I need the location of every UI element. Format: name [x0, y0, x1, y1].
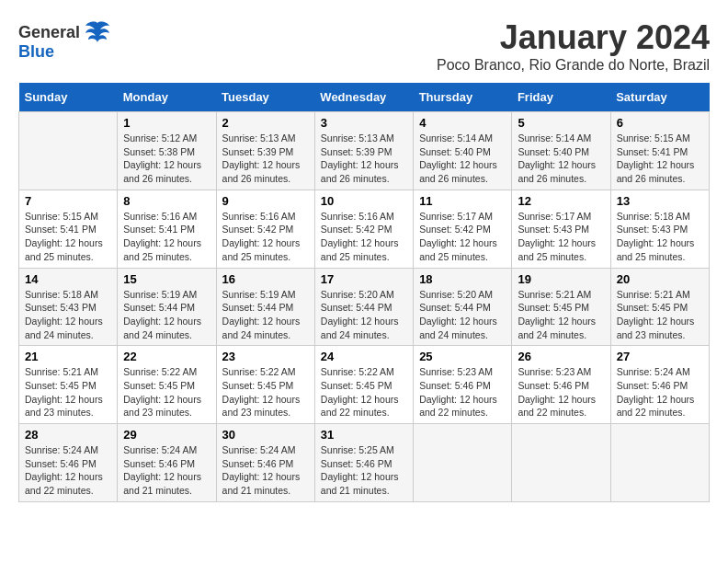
calendar-cell: 25Sunrise: 5:23 AM Sunset: 5:46 PM Dayli… — [414, 346, 512, 424]
day-info: Sunrise: 5:15 AM Sunset: 5:41 PM Dayligh… — [617, 132, 703, 186]
day-number: 12 — [518, 194, 604, 208]
calendar-cell: 8Sunrise: 5:16 AM Sunset: 5:41 PM Daylig… — [118, 190, 216, 268]
day-number: 28 — [25, 428, 111, 442]
day-info: Sunrise: 5:20 AM Sunset: 5:44 PM Dayligh… — [419, 288, 506, 342]
day-number: 14 — [25, 272, 111, 286]
day-number: 21 — [25, 350, 111, 363]
day-number: 30 — [222, 428, 309, 442]
day-info: Sunrise: 5:16 AM Sunset: 5:41 PM Dayligh… — [123, 210, 210, 264]
calendar-header-row: SundayMondayTuesdayWednesdayThursdayFrid… — [19, 83, 710, 112]
calendar-cell: 19Sunrise: 5:21 AM Sunset: 5:45 PM Dayli… — [512, 268, 610, 346]
day-info: Sunrise: 5:23 AM Sunset: 5:46 PM Dayligh… — [419, 365, 506, 419]
calendar-cell: 18Sunrise: 5:20 AM Sunset: 5:44 PM Dayli… — [414, 268, 512, 346]
day-number: 26 — [518, 350, 604, 363]
day-info: Sunrise: 5:17 AM Sunset: 5:42 PM Dayligh… — [419, 210, 506, 264]
calendar-cell: 14Sunrise: 5:18 AM Sunset: 5:43 PM Dayli… — [19, 268, 118, 346]
calendar-cell: 31Sunrise: 5:25 AM Sunset: 5:46 PM Dayli… — [314, 424, 413, 502]
day-info: Sunrise: 5:21 AM Sunset: 5:45 PM Dayligh… — [518, 288, 604, 342]
day-info: Sunrise: 5:24 AM Sunset: 5:46 PM Dayligh… — [25, 443, 111, 498]
day-header-monday: Monday — [118, 83, 216, 112]
day-info: Sunrise: 5:21 AM Sunset: 5:45 PM Dayligh… — [25, 365, 111, 419]
calendar-cell: 30Sunrise: 5:24 AM Sunset: 5:46 PM Dayli… — [216, 424, 314, 502]
calendar-cell: 20Sunrise: 5:21 AM Sunset: 5:45 PM Dayli… — [610, 268, 709, 346]
day-number: 15 — [123, 272, 210, 286]
day-info: Sunrise: 5:14 AM Sunset: 5:40 PM Dayligh… — [419, 132, 506, 186]
day-info: Sunrise: 5:18 AM Sunset: 5:43 PM Dayligh… — [25, 288, 111, 342]
day-number: 19 — [518, 272, 604, 286]
calendar-week-row: 21Sunrise: 5:21 AM Sunset: 5:45 PM Dayli… — [19, 346, 710, 424]
month-year-title: January 2024 — [437, 18, 710, 57]
day-info: Sunrise: 5:13 AM Sunset: 5:39 PM Dayligh… — [222, 132, 309, 186]
day-info: Sunrise: 5:12 AM Sunset: 5:38 PM Dayligh… — [123, 132, 210, 186]
day-info: Sunrise: 5:24 AM Sunset: 5:46 PM Dayligh… — [617, 365, 703, 419]
calendar-cell: 29Sunrise: 5:24 AM Sunset: 5:46 PM Dayli… — [118, 424, 216, 502]
calendar-cell — [414, 424, 512, 502]
calendar-cell: 28Sunrise: 5:24 AM Sunset: 5:46 PM Dayli… — [19, 424, 118, 502]
day-number: 4 — [419, 116, 506, 130]
day-number: 17 — [321, 272, 407, 286]
logo-blue: Blue — [18, 42, 54, 62]
day-info: Sunrise: 5:15 AM Sunset: 5:41 PM Dayligh… — [25, 210, 111, 264]
calendar-cell: 21Sunrise: 5:21 AM Sunset: 5:45 PM Dayli… — [19, 346, 118, 424]
day-number: 13 — [617, 194, 703, 208]
calendar-cell: 12Sunrise: 5:17 AM Sunset: 5:43 PM Dayli… — [512, 190, 610, 268]
day-number: 29 — [123, 428, 210, 442]
calendar-cell: 24Sunrise: 5:22 AM Sunset: 5:45 PM Dayli… — [314, 346, 413, 424]
calendar-table: SundayMondayTuesdayWednesdayThursdayFrid… — [18, 83, 710, 502]
calendar-week-row: 7Sunrise: 5:15 AM Sunset: 5:41 PM Daylig… — [19, 190, 710, 268]
calendar-cell: 1Sunrise: 5:12 AM Sunset: 5:38 PM Daylig… — [118, 112, 216, 190]
day-info: Sunrise: 5:22 AM Sunset: 5:45 PM Dayligh… — [321, 365, 407, 419]
day-number: 6 — [617, 116, 703, 130]
day-header-friday: Friday — [512, 83, 610, 112]
calendar-cell: 9Sunrise: 5:16 AM Sunset: 5:42 PM Daylig… — [216, 190, 314, 268]
day-number: 27 — [617, 350, 703, 363]
logo-bird-icon — [84, 18, 111, 46]
calendar-week-row: 14Sunrise: 5:18 AM Sunset: 5:43 PM Dayli… — [19, 268, 710, 346]
day-info: Sunrise: 5:17 AM Sunset: 5:43 PM Dayligh… — [518, 210, 604, 264]
day-info: Sunrise: 5:24 AM Sunset: 5:46 PM Dayligh… — [123, 443, 210, 498]
calendar-cell: 4Sunrise: 5:14 AM Sunset: 5:40 PM Daylig… — [414, 112, 512, 190]
day-number: 25 — [419, 350, 506, 363]
calendar-cell: 17Sunrise: 5:20 AM Sunset: 5:44 PM Dayli… — [314, 268, 413, 346]
calendar-cell: 16Sunrise: 5:19 AM Sunset: 5:44 PM Dayli… — [216, 268, 314, 346]
day-number: 7 — [25, 194, 111, 208]
day-header-saturday: Saturday — [610, 83, 709, 112]
calendar-cell — [19, 112, 118, 190]
calendar-cell — [512, 424, 610, 502]
day-header-wednesday: Wednesday — [314, 83, 413, 112]
calendar-week-row: 28Sunrise: 5:24 AM Sunset: 5:46 PM Dayli… — [19, 424, 710, 502]
day-info: Sunrise: 5:24 AM Sunset: 5:46 PM Dayligh… — [222, 443, 309, 498]
day-number: 31 — [321, 428, 407, 442]
calendar-cell: 6Sunrise: 5:15 AM Sunset: 5:41 PM Daylig… — [610, 112, 709, 190]
title-section: January 2024 Poco Branco, Rio Grande do … — [437, 18, 710, 74]
day-number: 11 — [419, 194, 506, 208]
day-number: 5 — [518, 116, 604, 130]
calendar-cell: 10Sunrise: 5:16 AM Sunset: 5:42 PM Dayli… — [314, 190, 413, 268]
day-header-thursday: Thursday — [414, 83, 512, 112]
calendar-cell: 15Sunrise: 5:19 AM Sunset: 5:44 PM Dayli… — [118, 268, 216, 346]
day-info: Sunrise: 5:18 AM Sunset: 5:43 PM Dayligh… — [617, 210, 703, 264]
calendar-cell: 13Sunrise: 5:18 AM Sunset: 5:43 PM Dayli… — [610, 190, 709, 268]
day-info: Sunrise: 5:13 AM Sunset: 5:39 PM Dayligh… — [321, 132, 407, 186]
day-header-tuesday: Tuesday — [216, 83, 314, 112]
day-info: Sunrise: 5:16 AM Sunset: 5:42 PM Dayligh… — [321, 210, 407, 264]
day-number: 22 — [123, 350, 210, 363]
day-number: 9 — [222, 194, 309, 208]
day-number: 23 — [222, 350, 309, 363]
calendar-cell — [610, 424, 709, 502]
day-number: 18 — [419, 272, 506, 286]
day-info: Sunrise: 5:22 AM Sunset: 5:45 PM Dayligh… — [222, 365, 309, 419]
day-number: 8 — [123, 194, 210, 208]
day-info: Sunrise: 5:14 AM Sunset: 5:40 PM Dayligh… — [518, 132, 604, 186]
calendar-cell: 27Sunrise: 5:24 AM Sunset: 5:46 PM Dayli… — [610, 346, 709, 424]
calendar-cell: 3Sunrise: 5:13 AM Sunset: 5:39 PM Daylig… — [314, 112, 413, 190]
day-number: 10 — [321, 194, 407, 208]
logo-general: General — [18, 23, 80, 42]
day-number: 1 — [123, 116, 210, 130]
calendar-cell: 11Sunrise: 5:17 AM Sunset: 5:42 PM Dayli… — [414, 190, 512, 268]
location-subtitle: Poco Branco, Rio Grande do Norte, Brazil — [437, 57, 710, 74]
page-header: General Blue January 2024 Poco Branco, R… — [18, 18, 710, 74]
day-info: Sunrise: 5:21 AM Sunset: 5:45 PM Dayligh… — [617, 288, 703, 342]
day-info: Sunrise: 5:25 AM Sunset: 5:46 PM Dayligh… — [321, 443, 407, 498]
day-header-sunday: Sunday — [19, 83, 118, 112]
